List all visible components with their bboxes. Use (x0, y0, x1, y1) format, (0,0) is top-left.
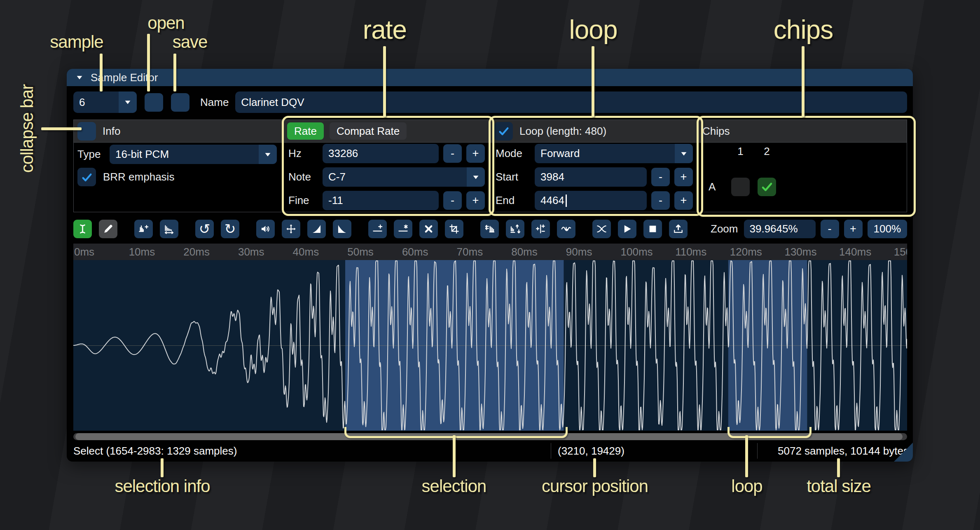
open-sample-button[interactable] (145, 93, 163, 112)
loop-mode-select[interactable]: Forward (535, 144, 693, 163)
loop-enable-checkbox[interactable] (494, 122, 513, 141)
annotation-line (592, 46, 594, 117)
fine-increment-button[interactable]: + (466, 191, 485, 210)
zoom-out-button[interactable]: - (821, 220, 839, 238)
undo-button[interactable]: ↺ (195, 220, 214, 238)
brr-emphasis-checkbox[interactable] (77, 168, 96, 186)
zoom-in-button[interactable]: + (844, 220, 863, 238)
resample-button[interactable] (160, 220, 178, 238)
titlebar[interactable]: Sample Editor (67, 69, 913, 86)
trim-button[interactable] (445, 220, 463, 238)
status-divider (551, 443, 551, 459)
fade-out-button[interactable] (333, 220, 351, 238)
zoom-label: Zoom (711, 223, 738, 235)
chips-panel-header: Chips (699, 120, 907, 143)
annotation-line (453, 435, 456, 477)
loop-end-decrement-button[interactable]: - (651, 191, 670, 210)
annotation-rate: rate (363, 14, 407, 45)
chips-panel-title: Chips (702, 125, 730, 138)
sample-index-value: 6 (79, 96, 85, 109)
hz-increment-button[interactable]: + (466, 144, 485, 163)
note-select[interactable]: C-7 (323, 167, 485, 187)
rate-panel: Rate Compat Rate Hz 33286 - + Note C-7 F… (283, 120, 490, 212)
chip-checkbox-1[interactable] (731, 178, 750, 196)
resize-grip[interactable] (894, 443, 913, 462)
chip-column-label-2: 2 (758, 144, 776, 158)
ruler-label: 70ms (457, 246, 483, 258)
sample-index-select[interactable]: 6 (73, 91, 137, 113)
annotation-line (837, 458, 840, 477)
chips-panel: Chips 1 2 A (698, 120, 907, 212)
apply-silence-button[interactable] (394, 220, 412, 238)
annotation-line (161, 458, 164, 477)
annotation-save: save (173, 32, 208, 52)
annotation-collapse-bar: collapse bar (17, 84, 37, 173)
ruler-label: 100ms (621, 246, 653, 258)
close-button[interactable] (890, 70, 905, 85)
zoom-input[interactable]: 39.9645% (744, 220, 816, 238)
reverse-button[interactable] (480, 220, 499, 238)
invert-button[interactable] (506, 220, 524, 238)
loop-start-decrement-button[interactable]: - (651, 168, 670, 186)
fade-in-button[interactable] (307, 220, 326, 238)
loop-start-input[interactable]: 3984 (535, 167, 647, 187)
waveform-area[interactable] (73, 260, 907, 431)
time-ruler[interactable]: 0ms10ms20ms30ms40ms50ms60ms70ms80ms90ms1… (73, 244, 907, 260)
edit-mode-draw-button[interactable] (99, 220, 117, 238)
sample-type-select[interactable]: 16-bit PCM (110, 145, 277, 164)
chevron-down-icon[interactable] (675, 144, 693, 163)
annotation-open: open (147, 13, 184, 33)
loop-end-input[interactable]: 4464 (535, 191, 647, 210)
fine-input[interactable]: -11 (323, 191, 439, 210)
collapse-bar-button[interactable] (77, 122, 96, 141)
filter-button[interactable] (557, 220, 575, 238)
window-collapse-triangle-icon[interactable] (75, 73, 84, 82)
status-cursor-position: (3210, 19429) (558, 445, 624, 457)
chevron-down-icon[interactable] (259, 145, 277, 164)
annotation-line (593, 458, 596, 477)
sample-editor-window: Sample Editor 6 Name Clarinet DQV Info (67, 69, 913, 462)
brr-emphasis-label: BRR emphasis (103, 171, 174, 183)
sample-name-input[interactable]: Clarinet DQV (235, 91, 907, 113)
tab-compat-rate[interactable]: Compat Rate (330, 122, 407, 140)
amplify-button[interactable] (256, 220, 275, 238)
chip-column-label-1: 1 (731, 144, 750, 158)
chip-checkbox-2[interactable] (758, 178, 776, 196)
ruler-label: 10ms (129, 246, 155, 258)
loop-end-label: End (496, 194, 530, 207)
create-wavetable-button[interactable] (669, 220, 688, 238)
redo-button[interactable]: ↻ (221, 220, 239, 238)
annotation-sample: sample (50, 32, 103, 52)
delete-button[interactable] (419, 220, 438, 238)
preview-button[interactable] (618, 220, 636, 238)
scrollbar-thumb[interactable] (75, 433, 903, 440)
status-total-size: 5072 samples, 10144 bytes (778, 445, 909, 457)
save-sample-button[interactable] (171, 93, 189, 112)
loop-start-increment-button[interactable]: + (674, 168, 693, 186)
crossfade-loop-button[interactable] (592, 220, 611, 238)
loop-end-increment-button[interactable]: + (674, 191, 693, 210)
loop-start-value: 3984 (540, 171, 564, 183)
annotation-loop-bottom: loop (731, 476, 762, 496)
screenshot-stage: Sample Editor 6 Name Clarinet DQV Info (0, 0, 980, 530)
resize-button[interactable] (134, 220, 153, 238)
normalize-button[interactable] (282, 220, 300, 238)
edit-mode-select-button[interactable] (73, 220, 92, 238)
zoom-reset-button[interactable]: 100% (868, 220, 907, 238)
annotation-line (100, 54, 103, 91)
hz-decrement-button[interactable]: - (443, 144, 462, 163)
chevron-down-icon[interactable] (119, 91, 137, 113)
hz-input[interactable]: 33286 (323, 144, 439, 163)
horizontal-scrollbar[interactable] (73, 433, 907, 440)
waveform-canvas[interactable] (73, 260, 907, 431)
insert-silence-button[interactable] (368, 220, 387, 238)
stop-preview-button[interactable] (643, 220, 662, 238)
type-label: Type (77, 148, 110, 161)
chevron-down-icon[interactable] (467, 167, 485, 187)
signed-unsigned-button[interactable] (531, 220, 550, 238)
status-selection-info: Select (1654-2983: 1329 samples) (73, 445, 237, 457)
fine-decrement-button[interactable]: - (443, 191, 462, 210)
ruler-label: 90ms (566, 246, 592, 258)
tab-rate[interactable]: Rate (287, 122, 324, 140)
ruler-label: 120ms (730, 246, 762, 258)
